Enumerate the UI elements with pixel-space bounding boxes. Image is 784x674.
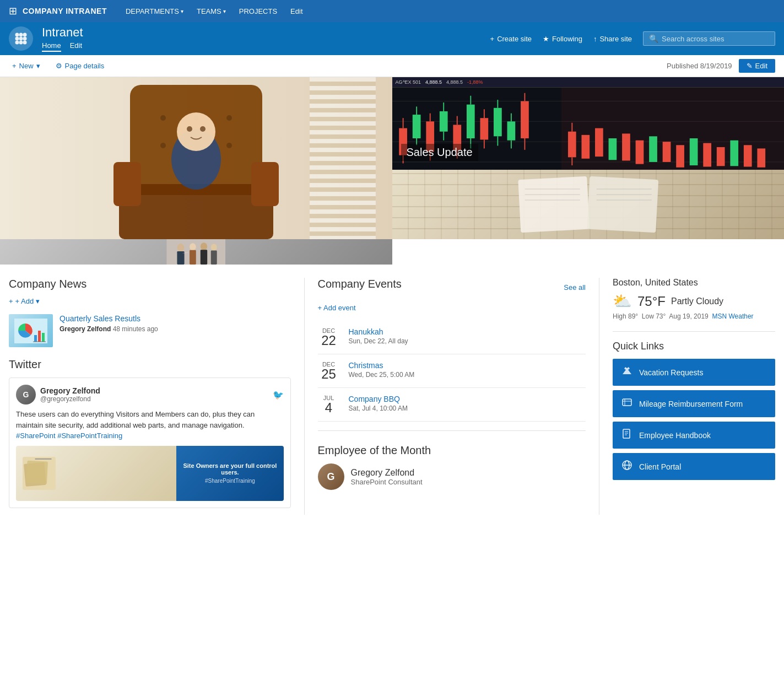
event-title[interactable]: Hanukkah [349,327,408,336]
tweet-name: Gregory Zelfond [40,386,100,395]
share-site-button[interactable]: ↑ Share site [593,35,632,43]
event-title[interactable]: Company BBQ [349,395,408,403]
see-all-link[interactable]: See all [564,283,586,292]
chevron-down-icon: ▾ [223,8,226,14]
employee-item: G Gregory Zelfond SharePoint Consultant [318,463,586,490]
star-icon: ★ [543,35,549,43]
quick-links-section: Quick Links Vacation Requests [613,341,775,480]
msn-weather-link[interactable]: MSN Weather [712,312,753,320]
hero-meeting-image[interactable] [0,239,392,265]
tweet-image: Site Owners are your full control users.… [16,446,284,501]
svg-point-2 [23,33,27,36]
nav-departments[interactable]: DEPARTMENTS ▾ [120,5,189,18]
quick-link-portal[interactable]: Client Portal [613,453,775,480]
event-info: Company BBQ Sat, Jul 4, 10:00 AM [349,395,408,414]
create-site-button[interactable]: + Create site [490,35,532,43]
event-info: Christmas Wed, Dec 25, 5:00 AM [349,361,415,381]
events-header: Company Events See all [318,278,586,297]
svg-point-0 [15,33,19,36]
tweet-user: G Gregory Zelfond @gregoryzelfond [16,385,100,405]
right-column: Boston, United States ⛅ 75°F Partly Clou… [599,278,775,515]
news-title[interactable]: Quarterly Sales Resutls [60,314,291,323]
tweet-hashtags[interactable]: #SharePoint #SharePointTraining [16,432,122,440]
nav-teams[interactable]: TEAMS ▾ [191,5,231,18]
avatar: G [16,385,36,405]
event-title[interactable]: Christmas [349,361,415,370]
svg-rect-68 [676,145,684,167]
svg-rect-106 [623,429,630,438]
weather-location: Boston, United States [613,278,775,288]
svg-rect-66 [649,136,657,162]
quick-link-handbook[interactable]: Employee Handbook [613,422,775,449]
svg-point-90 [211,244,217,250]
tweet-card: G Gregory Zelfond @gregoryzelfond 🐦 Thes… [9,378,291,508]
hero-blueprint-image[interactable] [392,170,785,239]
divider [613,331,775,332]
blinds-decoration [310,77,376,239]
svg-rect-54 [521,101,529,138]
event-item-bbq: JUL 4 Company BBQ Sat, Jul 4, 10:00 AM [318,388,586,422]
suite-title-area: Intranet Home Edit [42,25,83,51]
svg-rect-97 [42,333,45,342]
page-details-button[interactable]: ⚙ Page details [52,60,108,72]
nav-edit[interactable]: Edit [285,5,308,18]
edit-button[interactable]: ✎ Edit [739,59,775,73]
waffle-icon[interactable]: ⊞ [9,5,17,17]
svg-rect-76 [587,176,658,233]
weather-detail: High 89° Low 73° Aug 19, 2019 MSN Weathe… [613,312,775,320]
stock-data-row: AGᴬEX 5014,888.54,888.5-1,88% [392,77,785,88]
tweet-header: G Gregory Zelfond @gregoryzelfond 🐦 [16,385,284,405]
weather-description: Partly Cloudy [671,296,723,306]
svg-rect-73 [743,145,751,166]
chevron-down-icon: ▾ [181,8,183,14]
suite-bar-left: Intranet Home Edit [9,25,83,51]
event-item-hanukkah: DEC 22 Hanukkah Sun, Dec 22, All day [318,321,586,354]
event-time: Wed, Dec 25, 5:00 AM [349,371,415,379]
news-thumbnail [9,314,53,347]
svg-rect-69 [689,138,698,165]
handbook-icon [621,428,632,442]
svg-rect-36 [439,111,447,132]
svg-rect-64 [622,133,630,160]
svg-point-86 [190,243,196,250]
hero-main-image[interactable] [0,77,392,239]
news-item: Quarterly Sales Resutls Gregory Zelfond … [9,314,291,347]
quick-link-vacation[interactable]: Vacation Requests [613,359,775,386]
svg-point-4 [19,36,23,40]
new-button[interactable]: + New ▾ [9,60,44,72]
events-title: Company Events [318,278,402,290]
search-box: 🔍 [643,31,775,46]
event-date: DEC 25 [318,361,340,381]
nav-home[interactable]: Home [42,41,61,52]
following-button[interactable]: ★ Following [543,35,582,43]
plus-icon: + [12,62,17,70]
svg-point-7 [19,40,23,44]
employee-of-month-section: Employee of the Month G Gregory Zelfond … [318,444,586,490]
sales-update-label: Sales Update [401,144,478,161]
svg-rect-89 [201,250,207,265]
plus-icon: + [490,35,495,43]
suite-bar-right: + Create site ★ Following ↑ Share site 🔍 [490,31,775,46]
employee-info: Gregory Zelfond SharePoint Consultant [351,468,423,486]
nav-projects[interactable]: PROJECTS [234,5,283,18]
svg-rect-62 [595,128,603,157]
svg-rect-91 [211,250,217,265]
svg-point-3 [15,36,19,40]
svg-point-8 [23,40,27,44]
published-status: Published 8/19/2019 [667,62,732,70]
news-info: Quarterly Sales Resutls Gregory Zelfond … [60,314,291,347]
employee-month-title: Employee of the Month [318,444,586,457]
add-event-button[interactable]: + Add event [318,304,586,312]
hero-section: AGᴬEX 5014,888.54,888.5-1,88% [0,77,784,265]
middle-column: Company Events See all + Add event DEC 2… [304,278,599,515]
hero-stock-chart[interactable]: AGᴬEX 5014,888.54,888.5-1,88% [392,77,785,170]
svg-rect-75 [518,176,590,233]
search-input[interactable] [662,35,769,43]
svg-rect-12 [251,162,279,206]
svg-rect-51 [507,121,515,140]
add-news-button[interactable]: + + Add ▾ [9,297,291,305]
event-time: Sun, Dec 22, All day [349,337,408,345]
nav-edit-suite[interactable]: Edit [70,41,82,52]
svg-point-6 [15,40,19,44]
quick-link-mileage[interactable]: Mileage Reimbursement Form [613,390,775,417]
